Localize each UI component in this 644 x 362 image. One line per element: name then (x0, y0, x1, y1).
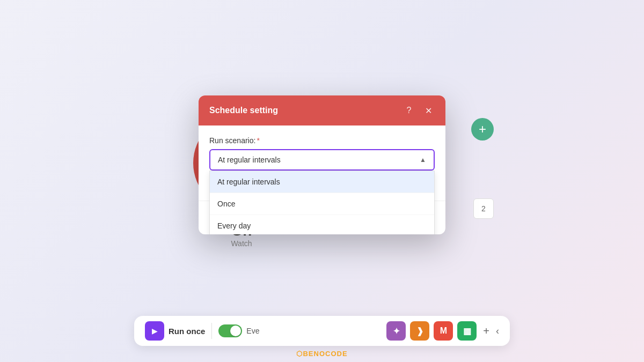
toolbar-arrow-button[interactable]: ‹ (496, 326, 499, 337)
play-icon: ▶ (145, 321, 164, 341)
dropdown-item-regular[interactable]: At regular intervals (210, 171, 434, 193)
toolbar-app-green[interactable]: ▦ (457, 321, 477, 341)
toolbar-divider (211, 323, 212, 339)
page-footer: ⬡BENOCODE (296, 350, 347, 358)
toolbar-toggle[interactable] (218, 324, 242, 337)
select-arrow-icon: ▲ (420, 156, 426, 164)
toolbar-app-orange[interactable]: ❱ (410, 321, 429, 341)
modal-close-button[interactable]: ✕ (422, 104, 435, 117)
toolbar-toggle-container: Eve (218, 324, 259, 337)
modal-body: Run scenario:* At regular intervals ▲ At… (199, 125, 445, 201)
dropdown-item-every-day[interactable]: Every day (210, 215, 434, 234)
select-container: At regular intervals ▲ At regular interv… (209, 149, 435, 171)
modal-overlay: Schedule setting ? ✕ Run scenario:* At r… (0, 0, 644, 330)
required-star: * (257, 136, 259, 145)
modal-title: Schedule setting (209, 106, 278, 115)
dropdown-item-once[interactable]: Once (210, 193, 434, 215)
run-once-label: Run once (169, 327, 205, 336)
toolbar-app-purple[interactable]: ✦ (386, 321, 406, 341)
toolbar-toggle-label: Eve (246, 327, 259, 335)
modal-help-button[interactable]: ? (402, 104, 415, 117)
schedule-setting-modal: Schedule setting ? ✕ Run scenario:* At r… (199, 95, 445, 234)
run-once-button[interactable]: ▶ Run once (145, 321, 205, 341)
selected-option-label: At regular intervals (218, 156, 281, 164)
toolbar-app-red[interactable]: M (434, 321, 453, 341)
modal-header: Schedule setting ? ✕ (199, 95, 445, 125)
dropdown-list: At regular intervals Once Every day Days… (209, 171, 435, 234)
run-scenario-select[interactable]: At regular intervals ▲ (209, 149, 435, 171)
toolbar-more-button[interactable]: + (481, 323, 492, 339)
toolbar-apps: ✦ ❱ M ▦ + ‹ (386, 321, 499, 341)
modal-header-actions: ? ✕ (402, 104, 435, 117)
bottom-toolbar: ▶ Run once Eve ✦ ❱ M ▦ + ‹ (134, 316, 510, 346)
run-scenario-label: Run scenario:* (209, 136, 435, 145)
